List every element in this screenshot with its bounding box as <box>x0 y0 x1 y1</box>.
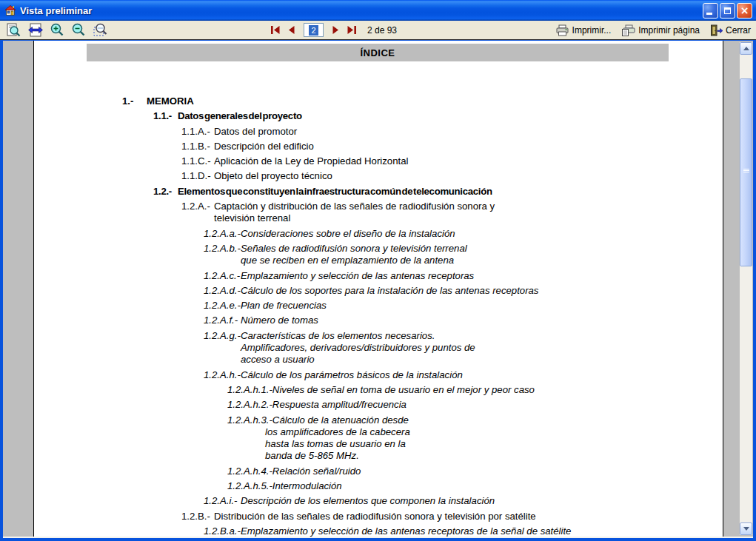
zoom-in-button[interactable] <box>49 22 66 38</box>
toc-entry-text: Cálculo de los soportes para la instalac… <box>241 285 538 296</box>
previous-page-icon <box>287 25 295 35</box>
close-preview-button[interactable]: Cerrar <box>709 24 752 37</box>
print-preview-window: Vista preliminar × <box>0 0 756 541</box>
toc-entry: 1.2.A.h.3.-Cálculo de la atenuación desd… <box>34 414 415 463</box>
toc-entry: 1.1.C.-Aplicación de la Ley de Propiedad… <box>34 155 669 167</box>
zoom-preview-button[interactable] <box>4 22 22 38</box>
first-page-icon <box>270 25 281 35</box>
toc-entry-number: 1.2.A.b.- <box>204 243 241 255</box>
minimize-button[interactable] <box>703 3 718 19</box>
printer-icon <box>555 24 569 36</box>
toc-entry: 1.2.A.g.-Características de los elemento… <box>34 330 478 366</box>
toc-entry: 1.2.A.h.5.-Intermodulación <box>34 480 669 492</box>
toc-entry-text: Descripción de los elementos que compone… <box>241 495 495 506</box>
toc-entry-number: 1.2.A.d.- <box>204 285 241 297</box>
toc-entry: 1.2.A.e.-Plan de frecuencias <box>34 300 669 312</box>
scrollbar-grip-icon <box>743 169 749 173</box>
toc-entry-text: Características de los elementos necesar… <box>241 330 475 366</box>
toc-entry-text: Cálculo de los parámetros básicos de la … <box>241 369 463 380</box>
toc-entry-number: 1.2.B.- <box>181 511 214 522</box>
house-app-icon <box>4 4 17 17</box>
toc-entry-number: 1.2.A.h.- <box>204 369 241 381</box>
zoom-selection-button[interactable] <box>92 22 110 38</box>
toc-entry: 1.2.B.-Distribución de las señales de ra… <box>34 511 669 522</box>
close-window-button[interactable]: × <box>737 3 752 19</box>
toc-entry-number: 1.2.A.h.3.- <box>227 414 272 426</box>
toc-entry-text: Datos del promotor <box>214 126 297 137</box>
toc-entry: 1.-MEMORIA <box>34 95 669 107</box>
fit-width-icon <box>27 23 44 38</box>
chevron-down-icon <box>743 527 749 531</box>
toc-entry-text: Respuesta amplitud/frecuencia <box>272 399 407 410</box>
preview-area: ÍNDICE 1.-MEMORIA 1.1.-Datos generales d… <box>3 41 753 538</box>
toc-entry-number: 1.2.A.e.- <box>204 300 241 312</box>
toc-entry-text: Consideraciones sobre el diseño de la in… <box>241 228 455 239</box>
toc-entry: 1.2.A.i.-Descripción de los elementos qu… <box>34 495 669 507</box>
toc-entry-number: 1.2.- <box>153 186 178 198</box>
toc-entry: 1.2.A.b.-Señales de radiodifusión sonora… <box>34 243 467 267</box>
exit-door-icon <box>710 24 723 36</box>
toc-entry-text: Distribución de las señales de radiodifu… <box>214 511 536 522</box>
toc-entry-text: Emplazamiento y selección de las antenas… <box>241 270 474 281</box>
page-number-input[interactable]: 2 <box>304 23 324 37</box>
toc-entry: 1.2.A.h.2.-Respuesta amplitud/frecuencia <box>34 399 669 411</box>
scroll-up-button[interactable] <box>740 42 752 55</box>
toc-entry: 1.2.A.h.-Cálculo de los parámetros básic… <box>34 369 669 381</box>
toc-entry: 1.2.A.f.-Número de tomas <box>34 315 669 326</box>
toc-entry-text: Niveles de señal en toma de usuario en e… <box>272 384 535 395</box>
scrollbar-thumb[interactable] <box>740 78 752 266</box>
page-number-value: 2 <box>309 25 318 36</box>
toc-entry-text: Captación y distribución de las señales … <box>214 201 495 224</box>
toc-entry-number: 1.2.A.- <box>181 201 214 212</box>
previous-page-button[interactable] <box>287 24 296 36</box>
print-page-button[interactable]: Imprimir página <box>620 24 700 37</box>
toc-entry-text: Descripción del edificio <box>214 141 314 152</box>
maximize-button[interactable] <box>720 3 735 19</box>
toc-entry-number: 1.2.A.h.4.- <box>227 466 272 477</box>
toc-entry: 1.1.D.-Objeto del proyecto técnico <box>34 170 669 182</box>
toc-entry-number: 1.1.B.- <box>181 141 214 152</box>
toc-entry-number: 1.1.- <box>153 110 178 122</box>
toc-entry-number: 1.2.A.i.- <box>204 495 241 507</box>
index-header-bar: ÍNDICE <box>87 44 669 61</box>
titlebar[interactable]: Vista preliminar × <box>0 0 756 21</box>
print-button[interactable]: Imprimir... <box>555 24 612 37</box>
zoom-out-button[interactable] <box>70 22 87 38</box>
next-page-button[interactable] <box>331 24 341 36</box>
toc-entry: 1.2.-Elementos que constituyen la infrae… <box>34 186 669 198</box>
toc-entry: 1.1.B.-Descripción del edificio <box>34 141 669 152</box>
toc-entry-number: 1.2.A.a.- <box>204 228 241 240</box>
last-page-button[interactable] <box>346 24 358 36</box>
page-navigation: 2 2 de 93 <box>270 21 397 39</box>
toc-entry: 1.1.A.-Datos del promotor <box>34 126 669 138</box>
toc-entry-text: Emplazamiento y selección de las antenas… <box>241 525 571 537</box>
toc-entry: 1.2.A.d.-Cálculo de los soportes para la… <box>34 285 669 297</box>
toc-entry: 1.2.A.h.1.-Niveles de señal en toma de u… <box>34 384 669 396</box>
printer-page-icon <box>621 24 635 36</box>
toc-entry-text: Número de tomas <box>241 315 318 326</box>
window-title: Vista preliminar <box>20 5 703 16</box>
last-page-icon <box>347 25 357 35</box>
zoom-selection-icon <box>93 23 110 38</box>
document-page: ÍNDICE 1.-MEMORIA 1.1.-Datos generales d… <box>33 41 723 537</box>
next-page-icon <box>332 25 340 35</box>
first-page-button[interactable] <box>270 24 281 36</box>
toc-entry-number: 1.2.A.h.1.- <box>227 384 272 396</box>
toc-entry: 1.2.A.-Captación y distribución de las s… <box>34 201 501 225</box>
vertical-scrollbar[interactable] <box>740 42 752 535</box>
close-icon: × <box>740 5 749 16</box>
toc-entry: 1.2.A.a.-Consideraciones sobre el diseño… <box>34 228 669 240</box>
maximize-icon <box>724 7 731 14</box>
toc-entry-number: 1.1.C.- <box>181 155 214 167</box>
scroll-down-button[interactable] <box>740 522 752 535</box>
print-button-label: Imprimir... <box>572 25 612 36</box>
fit-width-button[interactable] <box>27 22 44 38</box>
close-preview-label: Cerrar <box>726 25 751 36</box>
toc-entry: 1.2.A.h.4.-Relación señal/ruido <box>34 466 669 477</box>
toc-entry-text: Intermodulación <box>272 480 342 491</box>
zoom-in-icon <box>50 23 65 38</box>
toc-entry-number: 1.2.A.h.2.- <box>227 399 272 411</box>
table-of-contents: 1.-MEMORIA 1.1.-Datos generales del proy… <box>34 95 669 538</box>
toc-entry-number: 1.2.A.c.- <box>204 270 241 282</box>
toc-entry-text: Aplicación de la Ley de Propiedad Horizo… <box>214 155 408 167</box>
